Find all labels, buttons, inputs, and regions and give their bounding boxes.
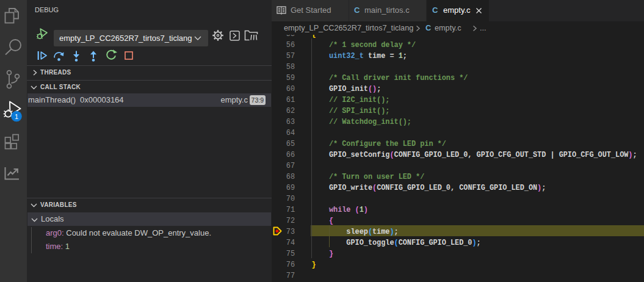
svg-text:1: 1 [15, 113, 18, 120]
